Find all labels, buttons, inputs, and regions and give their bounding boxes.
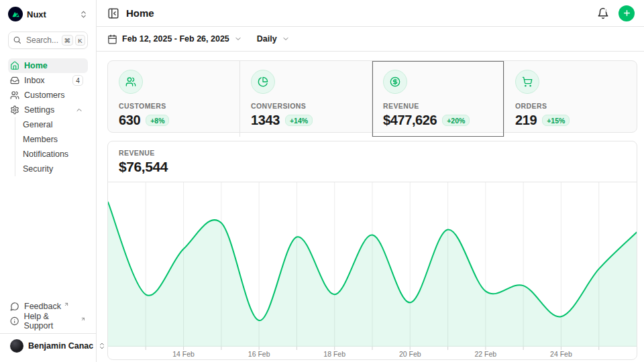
chart-metric-value: $76,544	[119, 159, 626, 175]
users-icon	[119, 70, 143, 94]
sidebar-subitem-notifications[interactable]: Notifications	[23, 147, 88, 162]
period-select[interactable]: Daily	[257, 34, 290, 44]
circle-dollar-icon	[383, 70, 407, 94]
topbar-actions	[597, 5, 635, 21]
page-title: Home	[126, 7, 154, 19]
stat-card-customers[interactable]: CUSTOMERS 630 +8%	[108, 61, 240, 137]
stat-card-conversions[interactable]: CONVERSIONS 1343 +14%	[240, 61, 372, 137]
stat-value: $477,626	[383, 113, 437, 128]
chart-header: REVENUE $76,544	[108, 141, 637, 182]
date-range-label: Feb 12, 2025 - Feb 26, 2025	[122, 34, 229, 44]
sidebar-item-label: Home	[24, 61, 48, 70]
chart-x-axis: 14 Feb16 Feb18 Feb20 Feb22 Feb24 Feb	[108, 350, 637, 359]
chart-pie-icon	[251, 70, 275, 94]
settings-submenu: General Members Notifications Security	[15, 117, 88, 176]
page-content: CUSTOMERS 630 +8% CONVERSIONS 1343 +14%	[97, 52, 644, 362]
chevron-down-icon	[282, 35, 290, 43]
help-support-link[interactable]: Help & Support	[8, 314, 88, 328]
sidebar-nav: Home Inbox 4 Customers Settings	[8, 58, 88, 176]
x-axis-label: 14 Feb	[172, 350, 195, 358]
house-icon	[10, 61, 19, 70]
stat-value: 219	[515, 113, 537, 128]
panel-left-close-icon[interactable]	[107, 7, 119, 19]
stat-label: ORDERS	[515, 102, 626, 110]
revenue-chart-card: REVENUE $76,544 14 Feb16 Feb18 Feb20 Feb…	[107, 141, 637, 360]
dashboard-app: Nuxt ⌘ K Home I	[0, 0, 644, 362]
user-menu[interactable]: Benjamin Canac	[8, 337, 88, 355]
external-link-icon	[64, 302, 69, 307]
x-axis-label: 24 Feb	[550, 350, 572, 358]
plus-icon	[623, 9, 631, 17]
sidebar-divider	[0, 333, 96, 334]
stat-label: CONVERSIONS	[251, 102, 361, 110]
inbox-icon	[10, 76, 19, 85]
filter-toolbar: Feb 12, 2025 - Feb 26, 2025 Daily	[97, 27, 644, 52]
stat-delta-badge: +8%	[146, 115, 169, 126]
sidebar-item-customers[interactable]: Customers	[8, 88, 88, 103]
stat-label: REVENUE	[383, 102, 493, 110]
message-circle-icon	[10, 302, 19, 311]
shopping-cart-icon	[515, 70, 539, 94]
users-icon	[10, 90, 19, 100]
notification-dot	[606, 7, 610, 11]
sidebar-item-home[interactable]: Home	[8, 58, 88, 73]
x-axis-label: 18 Feb	[323, 350, 345, 358]
period-label: Daily	[257, 34, 277, 44]
kbd-k: K	[75, 35, 85, 46]
calendar-icon	[107, 34, 117, 44]
search-icon	[13, 36, 21, 44]
kbd-cmd: ⌘	[62, 35, 74, 46]
workspace-selector[interactable]: Nuxt	[8, 5, 88, 23]
stat-delta-badge: +15%	[542, 115, 570, 126]
x-axis-label: 22 Feb	[474, 350, 496, 358]
date-range-picker[interactable]: Feb 12, 2025 - Feb 26, 2025	[107, 34, 242, 44]
gear-icon	[10, 105, 19, 115]
sidebar-subitem-members[interactable]: Members	[23, 132, 88, 147]
sidebar-subitem-general[interactable]: General	[23, 117, 88, 132]
chevron-up-icon	[75, 106, 83, 114]
search-shortcut: ⌘ K	[62, 35, 86, 46]
sidebar-subitem-security[interactable]: Security	[23, 162, 88, 176]
stat-delta-badge: +14%	[285, 115, 313, 126]
sidebar-item-inbox[interactable]: Inbox 4	[8, 73, 88, 88]
chart-metric-label: REVENUE	[119, 149, 626, 157]
feedback-label: Feedback	[24, 302, 61, 311]
revenue-area-chart[interactable]	[108, 182, 637, 350]
external-link-icon	[80, 316, 86, 322]
stat-delta-badge: +20%	[442, 115, 470, 126]
notifications-button[interactable]	[597, 7, 609, 19]
avatar	[10, 339, 23, 353]
sidebar-footer: Feedback Help & Support Benjamin Canac	[8, 299, 88, 355]
inbox-count-badge: 4	[72, 75, 83, 86]
sidebar-item-label: Settings	[24, 105, 54, 115]
info-circle-icon	[10, 316, 19, 326]
x-axis-label: 20 Feb	[399, 350, 421, 358]
sidebar-item-label: Inbox	[24, 76, 45, 85]
user-name: Benjamin Canac	[28, 341, 93, 351]
sidebar: Nuxt ⌘ K Home I	[0, 0, 97, 362]
chevron-down-icon	[234, 35, 242, 43]
search-box: ⌘ K	[8, 32, 88, 49]
nuxt-logo-icon	[8, 7, 23, 21]
stat-card-orders[interactable]: ORDERS 219 +15%	[504, 61, 637, 137]
stats-row: CUSTOMERS 630 +8% CONVERSIONS 1343 +14%	[107, 60, 637, 133]
x-axis-label: 16 Feb	[248, 350, 270, 358]
help-support-label: Help & Support	[23, 312, 78, 330]
stat-card-revenue[interactable]: REVENUE $477,626 +20%	[372, 61, 504, 137]
stat-value: 1343	[251, 113, 280, 128]
main-area: Home Feb 12, 2025 - Feb 26, 2025	[97, 0, 644, 362]
chevrons-up-down-icon	[79, 10, 88, 19]
sidebar-item-label: Customers	[24, 90, 64, 100]
sidebar-item-settings[interactable]: Settings	[8, 103, 88, 117]
stat-value: 630	[119, 113, 140, 128]
add-button[interactable]	[619, 5, 635, 21]
stat-label: CUSTOMERS	[119, 102, 229, 110]
topbar: Home	[97, 0, 644, 27]
workspace-name: Nuxt	[27, 9, 46, 19]
